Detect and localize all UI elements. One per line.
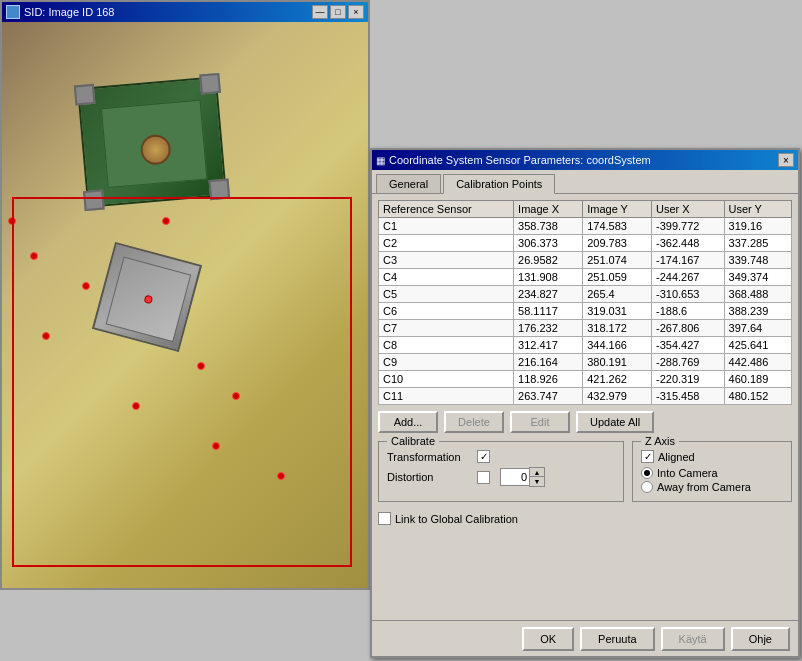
table-row[interactable]: C4131.908251.059-244.267349.374 [379, 269, 792, 286]
det-point-10 [277, 472, 285, 480]
apply-button[interactable]: Käytä [661, 627, 725, 651]
table-cell: 174.583 [583, 218, 652, 235]
table-cell: 460.189 [724, 371, 791, 388]
table-cell: C6 [379, 303, 514, 320]
det-point-8 [232, 392, 240, 400]
into-camera-radio-outer [641, 467, 653, 479]
pcb-mount-tr [199, 73, 221, 95]
transformation-checkbox[interactable] [477, 450, 490, 463]
table-row[interactable]: C5234.827265.4-310.653368.488 [379, 286, 792, 303]
table-row[interactable]: C658.1117319.031-188.6388.239 [379, 303, 792, 320]
tab-calibration-points[interactable]: Calibration Points [443, 174, 555, 194]
table-row[interactable]: C10118.926421.262-220.319460.189 [379, 371, 792, 388]
action-buttons: Add... Delete Edit Update All [378, 411, 792, 433]
pcb-component [77, 76, 227, 208]
delete-button[interactable]: Delete [444, 411, 504, 433]
detection-border [12, 197, 352, 567]
table-cell: 425.641 [724, 337, 791, 354]
sid-maximize-btn[interactable]: □ [330, 5, 346, 19]
away-from-camera-radio[interactable]: Away from Camera [641, 481, 783, 493]
cancel-button[interactable]: Peruuta [580, 627, 655, 651]
link-row: Link to Global Calibration [378, 512, 792, 525]
sid-close-btn[interactable]: × [348, 5, 364, 19]
table-cell: 388.239 [724, 303, 791, 320]
distortion-input[interactable]: 0 [500, 468, 530, 486]
table-cell: 339.748 [724, 252, 791, 269]
det-point-7 [132, 402, 140, 410]
det-point-4 [82, 282, 90, 290]
table-cell: 312.417 [514, 337, 583, 354]
aligned-label: Aligned [658, 451, 695, 463]
table-cell: -174.167 [652, 252, 725, 269]
table-cell: C4 [379, 269, 514, 286]
table-cell: 432.979 [583, 388, 652, 405]
sid-window: SID: Image ID 168 — □ × [0, 0, 370, 590]
update-all-button[interactable]: Update All [576, 411, 654, 433]
table-cell: 349.374 [724, 269, 791, 286]
table-cell: 216.164 [514, 354, 583, 371]
pcb-mount-br [209, 178, 231, 200]
table-cell: 368.488 [724, 286, 791, 303]
table-cell: -354.427 [652, 337, 725, 354]
table-cell: -188.6 [652, 303, 725, 320]
table-row[interactable]: C326.9582251.074-174.167339.748 [379, 252, 792, 269]
spinbox-buttons: ▲ ▼ [529, 467, 545, 487]
table-cell: 131.908 [514, 269, 583, 286]
table-cell: C7 [379, 320, 514, 337]
table-cell: -267.806 [652, 320, 725, 337]
table-cell: 118.926 [514, 371, 583, 388]
table-row[interactable]: C7176.232318.172-267.806397.64 [379, 320, 792, 337]
spinbox-down[interactable]: ▼ [530, 477, 544, 486]
table-row[interactable]: C1358.738174.583-399.772319.16 [379, 218, 792, 235]
dialog-close-btn[interactable]: × [778, 153, 794, 167]
link-label: Link to Global Calibration [395, 513, 518, 525]
zaxis-group-title: Z Axis [641, 435, 679, 447]
table-cell: 263.747 [514, 388, 583, 405]
det-point-1 [8, 217, 16, 225]
chip-inner [106, 257, 192, 343]
table-row[interactable]: C11263.747432.979-315.458480.152 [379, 388, 792, 405]
det-point-2 [30, 252, 38, 260]
sid-title: SID: Image ID 168 [24, 6, 115, 18]
pcb-mount-tl [74, 84, 96, 106]
col-user-y: User Y [724, 201, 791, 218]
table-cell: 251.059 [583, 269, 652, 286]
dialog-titlebar: ▦ Coordinate System Sensor Parameters: c… [372, 150, 798, 170]
table-cell: C5 [379, 286, 514, 303]
table-cell: C1 [379, 218, 514, 235]
pcb-circle [139, 133, 172, 166]
table-row[interactable]: C2306.373209.783-362.448337.285 [379, 235, 792, 252]
edit-button[interactable]: Edit [510, 411, 570, 433]
table-cell: -399.772 [652, 218, 725, 235]
sid-minimize-btn[interactable]: — [312, 5, 328, 19]
tab-general[interactable]: General [376, 174, 441, 193]
distortion-checkbox[interactable] [477, 471, 490, 484]
table-cell: -244.267 [652, 269, 725, 286]
table-cell: 26.9582 [514, 252, 583, 269]
chip-component [92, 242, 202, 352]
add-button[interactable]: Add... [378, 411, 438, 433]
help-button[interactable]: Ohje [731, 627, 790, 651]
dialog-title: Coordinate System Sensor Parameters: coo… [389, 154, 651, 166]
pcb-mount-bl [83, 189, 105, 211]
table-cell: 421.262 [583, 371, 652, 388]
aligned-row: Aligned [641, 450, 783, 463]
aligned-checkbox[interactable] [641, 450, 654, 463]
spinbox-up[interactable]: ▲ [530, 468, 544, 477]
sid-icon [6, 5, 20, 19]
table-cell: -362.448 [652, 235, 725, 252]
away-from-camera-label: Away from Camera [657, 481, 751, 493]
col-image-x: Image X [514, 201, 583, 218]
link-checkbox[interactable] [378, 512, 391, 525]
col-user-x: User X [652, 201, 725, 218]
tab-bar: General Calibration Points [372, 170, 798, 194]
table-row[interactable]: C9216.164380.191-288.769442.486 [379, 354, 792, 371]
away-from-camera-radio-outer [641, 481, 653, 493]
main-dialog: ▦ Coordinate System Sensor Parameters: c… [370, 148, 800, 658]
groups-row: Calibrate Transformation Distortion 0 ▲ … [378, 441, 792, 508]
ok-button[interactable]: OK [522, 627, 574, 651]
into-camera-radio[interactable]: Into Camera [641, 467, 783, 479]
col-image-y: Image Y [583, 201, 652, 218]
table-cell: 209.783 [583, 235, 652, 252]
table-row[interactable]: C8312.417344.166-354.427425.641 [379, 337, 792, 354]
